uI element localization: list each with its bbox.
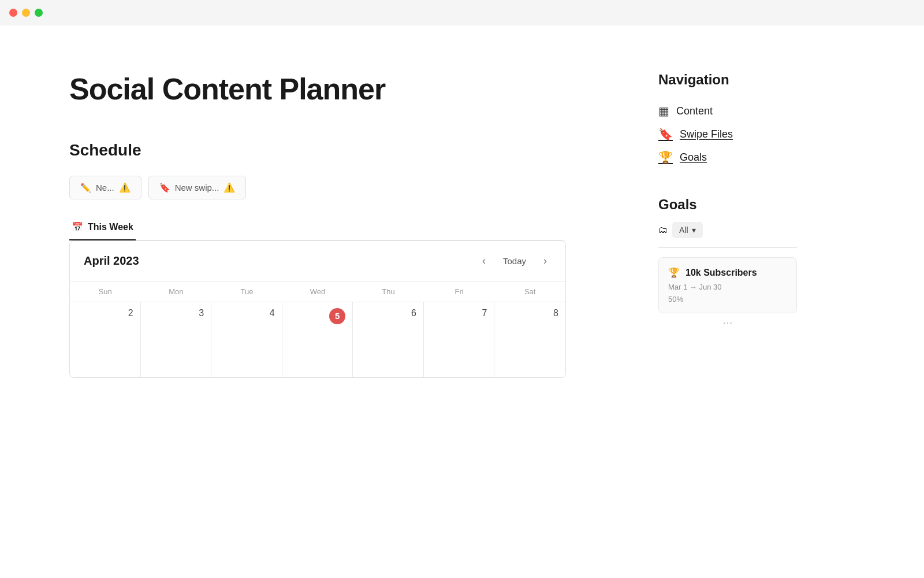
goal-card-header: 🏆 10k Subscribers (668, 267, 787, 278)
warning-icon-swipe: ⚠️ (223, 182, 235, 193)
day-cell-4[interactable]: 4 (211, 302, 282, 377)
day-cell-8[interactable]: 8 (494, 302, 565, 377)
day-number-3: 3 (148, 308, 204, 318)
nav-swipe-files-label: Swipe Files (680, 128, 733, 140)
maximize-button[interactable] (35, 9, 43, 17)
calendar-grid: Sun Mon Tue Wed Thu Fri Sat 2 3 4 5 (70, 281, 565, 377)
schedule-section-title: Schedule (69, 141, 566, 160)
edit-icon: ✏️ (80, 183, 91, 193)
nav-content-label: Content (676, 105, 713, 117)
day-number-5: 5 (329, 308, 345, 324)
nav-goals-label: Goals (680, 151, 707, 164)
goals-title: Goals (658, 197, 797, 213)
main-content: Social Content Planner Schedule ✏️ Ne...… (0, 25, 635, 578)
day-cell-6[interactable]: 6 (353, 302, 424, 377)
new-content-label: Ne... (96, 183, 114, 192)
goal-trophy-icon: 🏆 (668, 267, 680, 278)
day-number-6: 6 (360, 308, 416, 318)
prev-month-button[interactable]: ‹ (478, 253, 490, 269)
nav-item-content[interactable]: ▦ Content (658, 99, 797, 123)
page-title: Social Content Planner (69, 72, 566, 106)
swipe-files-icon: 🔖 (658, 127, 673, 141)
tabs-row: 📅 This Week (69, 216, 566, 240)
day-number-2: 2 (77, 308, 133, 318)
day-header-fri: Fri (424, 281, 495, 302)
day-header-tue: Tue (211, 281, 282, 302)
tab-this-week-label: This Week (88, 222, 133, 232)
minimize-button[interactable] (22, 9, 30, 17)
goals-nav-icon: 🏆 (658, 150, 673, 164)
day-cell-7[interactable]: 7 (424, 302, 495, 377)
tab-this-week[interactable]: 📅 This Week (69, 216, 136, 240)
warning-icon-content: ⚠️ (119, 182, 131, 193)
day-header-sat: Sat (494, 281, 565, 302)
next-month-button[interactable]: › (539, 253, 552, 269)
filter-row: 🗂 All ▾ (658, 222, 797, 238)
goals-section: Goals 🗂 All ▾ 🏆 10k Subscribers Mar 1 → … (658, 197, 797, 331)
day-header-sun: Sun (70, 281, 141, 302)
nav-item-goals[interactable]: 🏆 Goals (658, 146, 797, 169)
new-content-button[interactable]: ✏️ Ne... ⚠️ (69, 176, 141, 199)
stack-icon: 🗂 (658, 225, 668, 235)
more-content-indicator: ··· (658, 313, 797, 331)
day-header-wed: Wed (282, 281, 353, 302)
day-number-8: 8 (501, 308, 558, 318)
day-cell-2[interactable]: 2 (70, 302, 141, 377)
day-cell-5[interactable]: 5 (282, 302, 353, 377)
goal-progress: 50% (668, 295, 787, 303)
calendar-icon: 📅 (72, 221, 83, 232)
goal-date-range: Mar 1 → Jun 30 (668, 283, 787, 291)
close-button[interactable] (9, 9, 17, 17)
calendar-container: April 2023 ‹ Today › Sun Mon Tue Wed Thu… (69, 240, 566, 378)
new-swipe-label: New swip... (175, 183, 219, 192)
new-swipe-button[interactable]: 🔖 New swip... ⚠️ (148, 176, 247, 199)
sidebar: Navigation ▦ Content 🔖 Swipe Files 🏆 Goa… (635, 25, 832, 578)
action-buttons-row: ✏️ Ne... ⚠️ 🔖 New swip... ⚠️ (69, 176, 566, 199)
goal-card-10k[interactable]: 🏆 10k Subscribers Mar 1 → Jun 30 50% (658, 257, 797, 313)
filter-all-label: All (679, 225, 688, 235)
goals-divider (658, 247, 797, 248)
filter-chevron-icon: ▾ (692, 225, 696, 235)
day-header-thu: Thu (353, 281, 424, 302)
day-number-7: 7 (431, 308, 487, 318)
goal-title-10k: 10k Subscribers (685, 268, 757, 278)
nav-item-swipe-files[interactable]: 🔖 Swipe Files (658, 123, 797, 146)
content-icon: ▦ (658, 104, 669, 118)
day-header-mon: Mon (141, 281, 212, 302)
page-wrapper: Social Content Planner Schedule ✏️ Ne...… (0, 0, 924, 578)
navigation-title: Navigation (658, 72, 797, 88)
bookmark-icon: 🔖 (159, 183, 170, 193)
calendar-nav: ‹ Today › (478, 253, 552, 269)
day-number-4: 4 (218, 308, 275, 318)
titlebar (0, 0, 924, 25)
day-cell-3[interactable]: 3 (141, 302, 212, 377)
today-button[interactable]: Today (497, 254, 532, 268)
all-filter-button[interactable]: All ▾ (672, 222, 703, 238)
calendar-header: April 2023 ‹ Today › (70, 241, 565, 281)
calendar-month-year: April 2023 (84, 254, 139, 268)
